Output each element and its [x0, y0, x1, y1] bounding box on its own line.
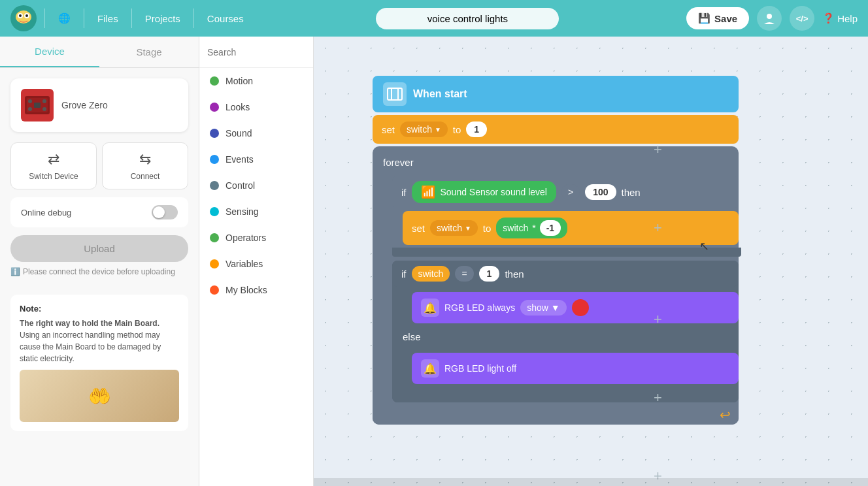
avatar-button[interactable]	[757, 6, 782, 31]
equals-text: =	[461, 268, 467, 279]
rgb-show-wrapper: 🔔 RGB LED always show ▼	[392, 287, 739, 326]
show-pill[interactable]: show ▼	[520, 300, 567, 316]
note-title: Note:	[20, 304, 179, 314]
debug-toggle[interactable]	[152, 205, 178, 219]
category-myblocks[interactable]: My Blocks	[199, 277, 313, 303]
left-sidebar: Device Stage Grove Zero ⇄ Switch D	[0, 37, 199, 486]
svg-point-10	[28, 107, 32, 111]
category-motion[interactable]: Motion	[199, 68, 313, 94]
search-input[interactable]	[207, 47, 314, 57]
category-sound[interactable]: Sound	[199, 120, 313, 146]
save-icon: 💾	[698, 12, 710, 24]
set-val-text: 1	[474, 124, 479, 135]
svg-point-12	[42, 107, 46, 111]
project-title-input[interactable]	[376, 8, 559, 29]
sensing-label: Sensing	[225, 206, 259, 217]
switch3-text: switch	[418, 268, 444, 279]
nav-center	[254, 8, 681, 29]
switch-var-text: switch	[407, 124, 432, 135]
divider1	[44, 8, 45, 28]
projects-link[interactable]: Projects	[140, 13, 186, 24]
category-control[interactable]: Control	[199, 172, 313, 199]
category-events[interactable]: Events	[199, 146, 313, 172]
code-view-button[interactable]: </>	[790, 6, 814, 31]
set-label: set	[382, 124, 395, 135]
val-one-text: 1	[487, 268, 492, 279]
multiply-op-text: *	[532, 223, 535, 233]
tab-device[interactable]: Device	[0, 37, 99, 67]
val-one-pill[interactable]: 1	[479, 266, 500, 282]
courses-link[interactable]: Courses	[202, 13, 249, 24]
dropdown-arrow2: ▼	[465, 225, 471, 232]
if2-block[interactable]: if switch = 1 then	[392, 261, 739, 287]
switch-device-icon: ⇄	[48, 151, 59, 168]
set-switch-block[interactable]: set switch ▼ to 1	[373, 115, 739, 144]
horizontal-scrollbar[interactable]	[314, 478, 868, 486]
category-operators[interactable]: Operators	[199, 225, 313, 251]
category-looks[interactable]: Looks	[199, 94, 313, 120]
rgb-off-block[interactable]: 🔔 RGB LED light off	[412, 353, 739, 384]
help-button[interactable]: ❓ Help	[822, 12, 858, 24]
set-val-pill[interactable]: 1	[466, 122, 487, 137]
greater-pill[interactable]: >	[561, 184, 580, 200]
category-variables[interactable]: Variables	[199, 251, 313, 277]
toggle-knob	[153, 206, 165, 218]
switch3-pill[interactable]: switch	[412, 266, 450, 282]
equals-pill[interactable]: =	[455, 266, 473, 282]
if2-outer: if switch = 1 then	[392, 261, 739, 402]
when-start-icon	[383, 82, 407, 106]
rgb-label-text: RGB LED always	[444, 302, 515, 313]
connect-label: Connect	[131, 172, 160, 181]
nav-right: 💾 Save </> ❓ Help	[686, 6, 858, 31]
debug-row: Online debug	[10, 197, 188, 227]
color-circle-red[interactable]	[572, 299, 589, 316]
threshold-text: 100	[593, 187, 608, 197]
forever-outer-block[interactable]: forever if 📶 Sound Sensor sound level >	[373, 146, 739, 425]
set-multiply-block[interactable]: set switch ▼ to switch * -1	[403, 211, 739, 245]
to-label2: to	[483, 223, 492, 234]
note-bold-text: The right way to hold the Main Board.	[20, 319, 159, 328]
upload-button[interactable]: Upload	[10, 235, 188, 262]
upload-warning: ℹ️ Please connect the device before uplo…	[10, 267, 188, 276]
bell2-icon: 🔔	[421, 359, 439, 378]
sound-dot	[210, 129, 219, 138]
topnav: 🌐 Files Projects Courses 💾 Save </> ❓ He…	[0, 0, 868, 37]
multiply-pill[interactable]: switch * -1	[496, 218, 567, 238]
to-label1: to	[453, 124, 461, 135]
switch-var-pill[interactable]: switch ▼	[400, 122, 448, 137]
divider2	[84, 8, 84, 28]
operators-label: Operators	[225, 233, 266, 243]
multiply-var-text: switch	[503, 223, 528, 233]
dropdown-arrow1: ▼	[435, 126, 441, 133]
note-body: The right way to hold the Main Board. Us…	[20, 317, 179, 364]
when-start-block[interactable]: When start	[373, 76, 739, 112]
motion-label: Motion	[225, 76, 253, 86]
control-dot	[210, 181, 219, 190]
variables-dot	[210, 259, 219, 268]
sensor-pill[interactable]: 📶 Sound Sensor sound level	[412, 181, 556, 203]
globe-icon[interactable]: 🌐	[53, 12, 76, 24]
connect-button[interactable]: ⇆ Connect	[102, 142, 188, 189]
svg-point-6	[767, 14, 772, 19]
switch2-var-pill[interactable]: switch ▼	[430, 220, 478, 236]
rgb-off-text: RGB LED light off	[444, 363, 516, 374]
save-button[interactable]: 💾 Save	[686, 7, 749, 29]
sensor-waveform-icon: 📶	[421, 185, 435, 199]
neg-val-pill[interactable]: -1	[540, 220, 561, 236]
looks-label: Looks	[225, 102, 250, 112]
action-row: ⇄ Switch Device ⇆ Connect	[10, 142, 188, 189]
threshold-pill[interactable]: 100	[585, 184, 616, 200]
switch-device-button[interactable]: ⇄ Switch Device	[10, 142, 97, 189]
if-sensor-block[interactable]: if 📶 Sound Sensor sound level > 100 then	[392, 176, 739, 208]
divider4	[193, 8, 194, 28]
switch-device-label: Switch Device	[29, 172, 78, 181]
rgb-show-block[interactable]: 🔔 RGB LED always show ▼	[412, 292, 739, 323]
canvas-area[interactable]: When start set switch ▼ to 1 forever	[314, 37, 868, 486]
tab-stage[interactable]: Stage	[99, 37, 199, 67]
divider3	[131, 8, 132, 28]
help-icon: ❓	[822, 12, 835, 24]
device-name-label: Grove Zero	[61, 100, 108, 110]
plus-icon-1: +	[654, 141, 662, 158]
files-link[interactable]: Files	[92, 13, 124, 24]
category-sensing[interactable]: Sensing	[199, 199, 313, 225]
